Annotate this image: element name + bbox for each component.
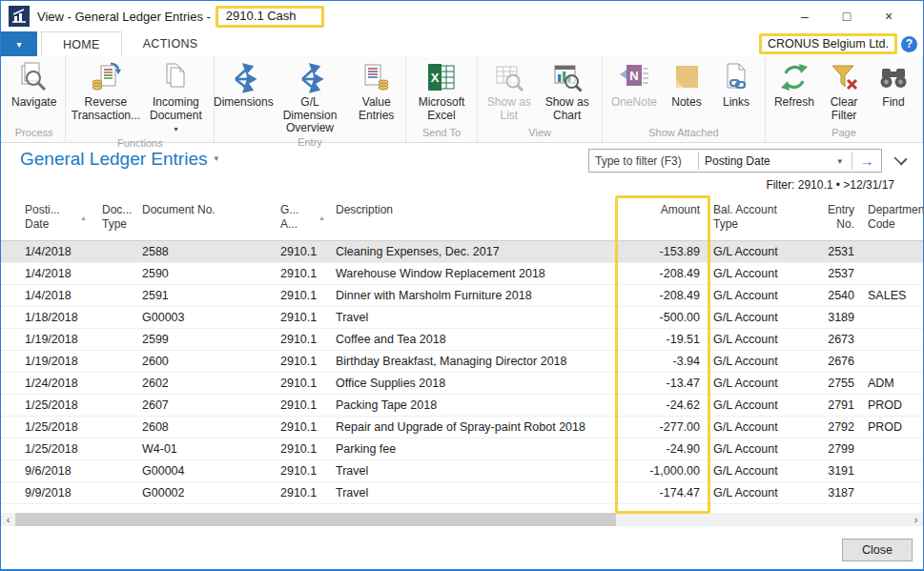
notes-button[interactable]: Notes bbox=[662, 56, 711, 110]
find-button[interactable]: Find bbox=[869, 56, 918, 110]
column-header-description[interactable]: Description bbox=[331, 203, 620, 240]
column-header-amount[interactable]: Amount bbox=[620, 203, 708, 240]
dimension-overview-icon bbox=[294, 61, 326, 93]
cell-document-no: 2600 bbox=[138, 355, 278, 368]
column-header-bal-account-type[interactable]: Bal. AccountType bbox=[708, 203, 814, 240]
table-row[interactable]: 1/19/2018 2599 2910.1 Coffee and Tea 201… bbox=[1, 329, 923, 351]
cell-department-code: PROD bbox=[856, 398, 923, 412]
microsoft-excel-button[interactable]: X Microsoft Excel bbox=[410, 56, 474, 122]
minimize-button[interactable]: – bbox=[784, 9, 826, 24]
cell-description: Travel bbox=[331, 486, 620, 500]
app-chart-icon bbox=[9, 6, 30, 27]
tab-actions[interactable]: ACTIONS bbox=[122, 31, 219, 56]
show-as-list-button: Show as List bbox=[482, 56, 536, 122]
ribbon-group-entry: Dimensions G/L Dimension Overview bbox=[215, 56, 405, 142]
column-header-gl-account[interactable]: G...A... ▲ bbox=[278, 203, 331, 240]
cell-entry-no: 2791 bbox=[814, 398, 856, 412]
column-header-document-no[interactable]: Document No. bbox=[138, 203, 278, 240]
table-row[interactable]: 1/24/2018 2602 2910.1 Office Supplies 20… bbox=[1, 373, 923, 395]
close-window-button[interactable]: × bbox=[868, 9, 910, 24]
table-row[interactable]: 1/25/2018 W4-01 2910.1 Parking fee -24.9… bbox=[1, 438, 923, 460]
cell-amount: -19.51 bbox=[620, 333, 708, 346]
svg-text:N: N bbox=[629, 69, 638, 83]
ribbon-group-process: Navigate Process bbox=[3, 56, 66, 142]
apply-filter-button[interactable]: → bbox=[852, 153, 881, 169]
table-row[interactable]: 1/4/2018 2588 2910.1 Cleaning Expenses, … bbox=[1, 241, 923, 263]
column-header-document-type[interactable]: Doc...Type bbox=[100, 203, 138, 240]
value-entries-button[interactable]: Value Entries bbox=[352, 56, 401, 122]
cell-posting-date: 9/9/2018 bbox=[1, 486, 100, 500]
refresh-button[interactable]: Refresh bbox=[770, 56, 819, 110]
navigate-icon bbox=[18, 61, 51, 93]
cell-document-no: 2590 bbox=[138, 267, 278, 280]
cell-amount: -277.00 bbox=[620, 420, 708, 434]
cell-bal-account-type: G/L Account bbox=[708, 333, 814, 346]
page-content: General Ledger Entries▾ Posting Date ▾ →… bbox=[1, 143, 923, 570]
column-header-posting-date[interactable]: Posti...Date ▲ bbox=[1, 203, 100, 240]
incoming-document-button[interactable]: Incoming Document ▾ bbox=[141, 56, 210, 136]
cell-document-no: 2602 bbox=[138, 377, 278, 390]
table-row[interactable]: 1/4/2018 2590 2910.1 Warehouse Window Re… bbox=[1, 263, 923, 285]
ribbon-group-view: Show as List Show as Chart View bbox=[478, 56, 603, 142]
cell-posting-date: 9/6/2018 bbox=[1, 464, 100, 478]
cell-gl-account-no: 2910.1 bbox=[278, 486, 331, 500]
links-button[interactable]: Links bbox=[711, 56, 761, 110]
company-name: CRONUS Belgium Ltd. bbox=[759, 33, 897, 54]
cell-description: Packing Tape 2018 bbox=[331, 398, 620, 412]
scrollbar-track[interactable] bbox=[616, 513, 909, 526]
window-title: View - General Ledger Entries - bbox=[37, 10, 211, 24]
table-row[interactable]: 1/4/2018 2591 2910.1 Dinner with Marshol… bbox=[1, 285, 923, 307]
expand-filter-pane-chevron-icon[interactable] bbox=[893, 152, 907, 165]
table-row[interactable]: 1/18/2018 G00003 2910.1 Travel -500.00 G… bbox=[1, 307, 923, 329]
ribbon: Navigate Process Reverse Tran bbox=[1, 56, 923, 143]
onenote-icon: N bbox=[618, 61, 650, 93]
page-title-caret-icon[interactable]: ▾ bbox=[214, 153, 218, 163]
gl-dimension-overview-button[interactable]: G/L Dimension Overview bbox=[268, 56, 351, 135]
chevron-down-icon: ▾ bbox=[837, 156, 846, 166]
show-as-chart-icon bbox=[551, 61, 584, 93]
show-as-chart-button[interactable]: Show as Chart bbox=[536, 56, 598, 122]
table-row[interactable]: 1/19/2018 2600 2910.1 Birthday Breakfast… bbox=[1, 351, 923, 373]
cell-document-no: G00002 bbox=[138, 486, 278, 500]
scroll-left-icon[interactable]: ‹ bbox=[1, 513, 15, 526]
help-icon[interactable]: ? bbox=[901, 36, 917, 52]
dimensions-icon bbox=[227, 61, 259, 93]
cell-amount: -3.94 bbox=[620, 355, 708, 368]
cell-description: Cleaning Expenses, Dec. 2017 bbox=[331, 245, 620, 258]
dimensions-button[interactable]: Dimensions bbox=[218, 56, 268, 110]
page-title: General Ledger Entries bbox=[20, 149, 207, 169]
applied-filter-text: Filter: 2910.1 • >12/31/17 bbox=[1, 178, 923, 195]
scroll-right-icon[interactable]: › bbox=[909, 513, 923, 526]
clear-filter-button[interactable]: Clear Filter bbox=[819, 56, 869, 122]
reverse-transaction-button[interactable]: Reverse Transaction... bbox=[70, 56, 141, 122]
cell-bal-account-type: G/L Account bbox=[708, 289, 814, 302]
cell-entry-no: 2792 bbox=[814, 420, 856, 434]
cell-description: Dinner with Marsholm Furniture 2018 bbox=[331, 289, 620, 302]
scrollbar-thumb[interactable] bbox=[15, 513, 616, 526]
navigate-button[interactable]: Navigate bbox=[7, 56, 61, 110]
column-header-entry-no[interactable]: EntryNo. bbox=[814, 203, 856, 240]
table-row[interactable]: 9/9/2018 G00002 2910.1 Travel -174.47 G/… bbox=[1, 482, 923, 504]
application-menu-button[interactable]: ▾ bbox=[1, 31, 37, 56]
table-row[interactable]: 9/6/2018 G00004 2910.1 Travel -1,000.00 … bbox=[1, 460, 923, 482]
cell-posting-date: 1/18/2018 bbox=[1, 311, 100, 324]
column-header-department-code[interactable]: DepartmentCode bbox=[856, 203, 923, 240]
cell-bal-account-type: G/L Account bbox=[708, 486, 814, 500]
svg-text:X: X bbox=[431, 71, 440, 85]
cell-description: Birthday Breakfast, Managing Director 20… bbox=[331, 355, 620, 368]
cell-bal-account-type: G/L Account bbox=[708, 311, 814, 324]
cell-amount: -24.90 bbox=[620, 442, 708, 456]
maximize-button[interactable]: □ bbox=[826, 9, 868, 24]
cell-document-no: G00004 bbox=[138, 464, 278, 478]
onenote-button: N OneNote bbox=[606, 56, 662, 110]
horizontal-scrollbar[interactable]: ‹ › bbox=[1, 513, 923, 526]
close-button[interactable]: Close bbox=[842, 539, 913, 561]
ribbon-group-functions: Reverse Transaction... Incoming Document… bbox=[66, 56, 215, 142]
table-row[interactable]: 1/25/2018 2608 2910.1 Repair and Upgrade… bbox=[1, 417, 923, 438]
cell-bal-account-type: G/L Account bbox=[708, 267, 814, 280]
filter-field-selector[interactable]: Posting Date ▾ bbox=[699, 154, 852, 168]
table-row[interactable]: 1/25/2018 2607 2910.1 Packing Tape 2018 … bbox=[1, 395, 923, 417]
cell-department-code: SALES bbox=[856, 289, 923, 302]
tab-home[interactable]: HOME bbox=[41, 31, 122, 56]
filter-input[interactable] bbox=[589, 151, 698, 171]
